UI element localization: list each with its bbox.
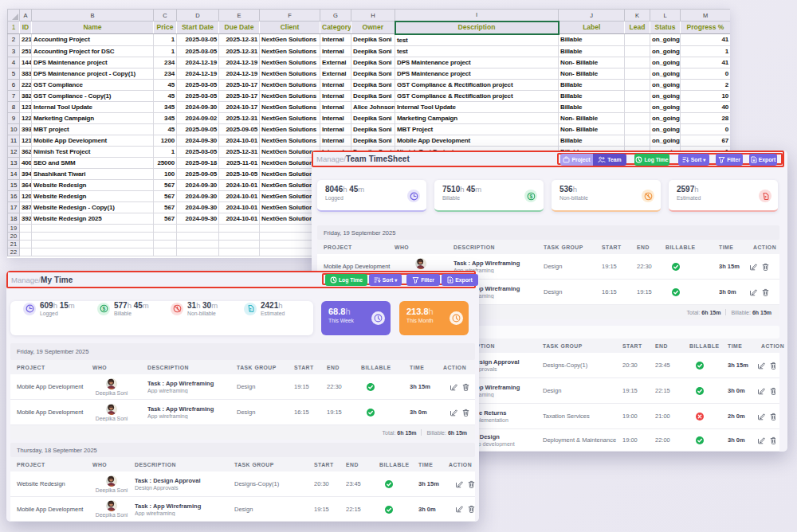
svg-text:$: $	[529, 193, 532, 199]
svg-text:$: $	[102, 306, 105, 312]
